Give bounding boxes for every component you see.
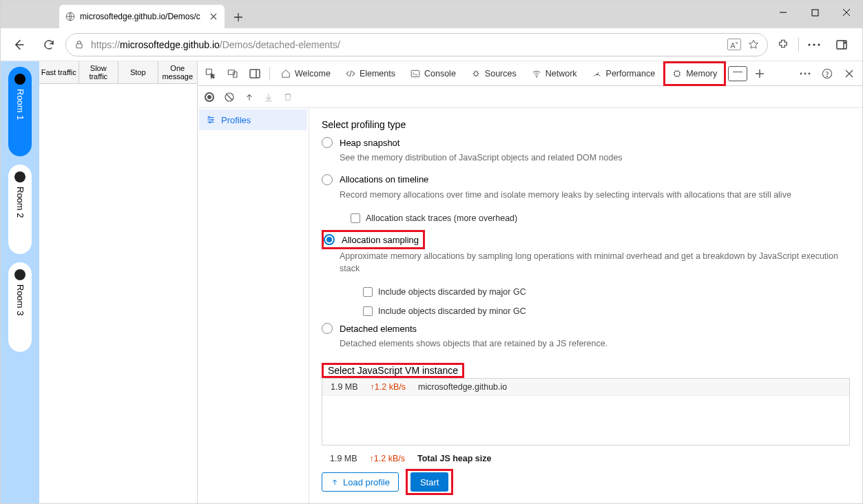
menu-button[interactable]: [802, 32, 826, 57]
page-content: Fast traffic Slow traffic Stop One messa…: [39, 61, 197, 504]
help-button[interactable]: [817, 63, 838, 84]
minimize-button[interactable]: [767, 1, 799, 24]
svg-point-5: [818, 43, 820, 45]
checkbox-minor-gc[interactable]: Include objects discarded by minor GC: [363, 306, 850, 316]
dock-icon[interactable]: [245, 63, 265, 84]
totals-label: Total JS heap size: [417, 454, 491, 463]
close-devtools-button[interactable]: [839, 63, 860, 84]
vm-row[interactable]: 1.9 MB ↑1.2 kB/s microsoftedge.github.io: [322, 379, 849, 396]
checkbox-icon: [363, 287, 373, 297]
tab-performance[interactable]: Performance: [585, 61, 663, 86]
radio-allocation-sampling[interactable]: Allocation sampling: [324, 234, 419, 245]
delete-button[interactable]: [283, 92, 293, 102]
maximize-button[interactable]: [799, 1, 831, 24]
more-tools-button[interactable]: [795, 63, 815, 84]
totals-size: 1.9 MB: [330, 454, 357, 463]
memory-main-panel: Select profiling type Heap snapshot See …: [309, 108, 862, 504]
new-tab-button[interactable]: [227, 6, 249, 28]
drawer-icon[interactable]: [727, 63, 748, 84]
checkbox-stack-traces[interactable]: Allocation stack traces (more overhead): [351, 213, 850, 223]
stop-button[interactable]: Stop: [118, 61, 158, 83]
status-dot-icon: [14, 269, 25, 280]
svg-point-3: [808, 43, 810, 45]
svg-rect-9: [228, 70, 234, 74]
svg-point-23: [209, 116, 210, 118]
browser-tab-strip: microsoftedge.github.io/Demos/c: [1, 1, 862, 28]
svg-point-18: [804, 72, 807, 74]
radio-detached-elements[interactable]: Detached elements: [322, 323, 850, 334]
radio-icon: [322, 323, 333, 334]
url-text: https://microsoftedge.github.io/Demos/de…: [91, 39, 720, 50]
room-2-pill[interactable]: Room 2: [8, 165, 32, 254]
page-viewport: Room 1 Room 2 Room 3 Fast traffic Slow t…: [1, 61, 197, 504]
gauge-icon: [592, 69, 602, 78]
totals-rate: ↑1.2 kB/s: [370, 454, 405, 463]
load-profile-button[interactable]: Load profile: [322, 472, 399, 492]
svg-rect-12: [411, 70, 419, 76]
radio-desc: Detached elements shows objects that are…: [340, 338, 850, 350]
tab-network[interactable]: Network: [525, 61, 584, 86]
device-toggle-icon[interactable]: [222, 63, 243, 84]
browser-tab[interactable]: microsoftedge.github.io/Demos/c: [59, 5, 225, 28]
tab-sources[interactable]: Sources: [464, 61, 523, 86]
svg-rect-16: [675, 71, 680, 76]
slow-traffic-button[interactable]: Slow traffic: [79, 61, 119, 83]
radio-desc: See the memory distribution of JavaScrip…: [340, 152, 850, 165]
sidebar-toggle-icon[interactable]: [829, 32, 854, 57]
memory-toolbar: [198, 86, 862, 108]
browser-actions: [771, 32, 858, 57]
vm-instance-table: 1.9 MB ↑1.2 kB/s microsoftedge.github.io: [322, 378, 850, 446]
room-3-pill[interactable]: Room 3: [8, 262, 32, 352]
extensions-icon[interactable]: [771, 32, 796, 57]
globe-icon: [65, 11, 76, 22]
room-sidebar: Room 1 Room 2 Room 3: [1, 61, 39, 504]
add-tab-button[interactable]: [749, 63, 770, 84]
room-1-pill[interactable]: Room 1: [8, 67, 32, 156]
sidebar-item-label: Profiles: [221, 115, 251, 125]
window-controls: [767, 1, 862, 24]
clear-button[interactable]: [224, 92, 235, 103]
radio-allocations-timeline[interactable]: Allocations on timeline: [322, 174, 850, 185]
devtools-tabs: Welcome Elements Console Sources Network…: [198, 61, 862, 86]
close-tab-icon[interactable]: [208, 11, 219, 22]
tab-memory[interactable]: Memory: [663, 61, 726, 86]
inspect-icon[interactable]: [200, 63, 221, 84]
tab-console[interactable]: Console: [404, 61, 463, 86]
code-icon: [346, 69, 355, 78]
console-icon: [410, 69, 420, 78]
upload-icon: [331, 478, 339, 486]
devtools-panel: Welcome Elements Console Sources Network…: [197, 61, 862, 504]
radio-desc: Approximate memory allocations by sampli…: [340, 251, 850, 275]
radio-desc: Record memory allocations over time and …: [340, 189, 850, 202]
refresh-button[interactable]: [35, 31, 63, 59]
fast-traffic-button[interactable]: Fast traffic: [39, 61, 79, 83]
address-bar[interactable]: https://microsoftedge.github.io/Demos/de…: [65, 33, 768, 56]
start-button[interactable]: Start: [410, 472, 448, 492]
favorites-icon[interactable]: [748, 39, 759, 50]
record-button[interactable]: [205, 92, 214, 102]
svg-point-17: [800, 72, 802, 74]
sidebar-item-profiles[interactable]: Profiles: [199, 109, 307, 130]
back-button[interactable]: [5, 31, 32, 59]
svg-point-21: [826, 76, 827, 76]
tab-welcome[interactable]: Welcome: [274, 61, 337, 86]
import-button[interactable]: [264, 92, 273, 102]
reader-icon[interactable]: A»: [727, 39, 741, 51]
radio-icon: [324, 234, 335, 245]
status-dot-icon: [14, 74, 25, 85]
one-message-button[interactable]: One message: [158, 61, 198, 83]
radio-heap-snapshot[interactable]: Heap snapshot: [322, 137, 850, 148]
tab-title: microsoftedge.github.io/Demos/c: [80, 12, 204, 21]
profiling-type-heading: Select profiling type: [322, 119, 850, 130]
vm-size: 1.9 MB: [331, 382, 358, 392]
vm-heading: Select JavaScript VM instance: [328, 365, 458, 376]
export-button[interactable]: [245, 92, 254, 102]
checkbox-icon: [351, 213, 360, 223]
tab-elements[interactable]: Elements: [339, 61, 402, 86]
checkbox-major-gc[interactable]: Include objects discarded by major GC: [363, 287, 850, 297]
checkbox-icon: [363, 306, 373, 316]
close-window-button[interactable]: [831, 1, 862, 24]
memory-icon: [672, 69, 682, 78]
svg-point-15: [596, 74, 598, 75]
radio-icon: [322, 137, 333, 148]
